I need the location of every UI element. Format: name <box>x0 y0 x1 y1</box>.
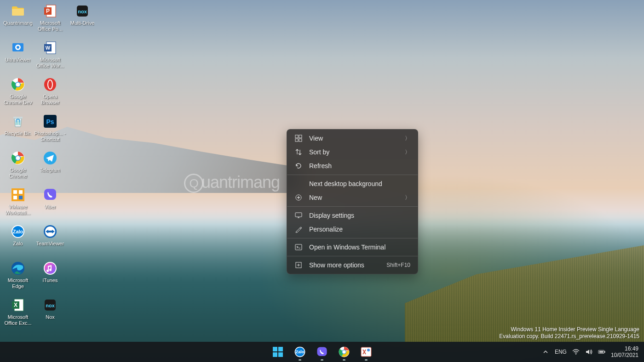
svg-text:X: X <box>14 302 17 308</box>
snip-icon <box>360 346 372 358</box>
svg-rect-11 <box>13 190 17 194</box>
chevron-up-icon[interactable] <box>542 348 549 356</box>
view-icon <box>294 134 303 142</box>
svg-rect-37 <box>48 231 52 232</box>
menu-item-next-desktop-background[interactable]: Next desktop background <box>287 177 418 191</box>
menu-item-personalize[interactable]: Personalize <box>287 222 418 236</box>
svg-rect-59 <box>317 347 327 356</box>
menu-item-display-settings[interactable]: Display settings <box>287 209 418 222</box>
svg-rect-63 <box>361 347 371 356</box>
desktop-icon-itunes[interactable]: iTunes <box>34 259 66 296</box>
svg-rect-44 <box>295 135 298 138</box>
context-menu[interactable]: View〉Sort by〉RefreshNext desktop backgro… <box>287 129 418 274</box>
taskbar-start[interactable] <box>269 343 287 361</box>
desktop-icon-ultraviewer[interactable]: UltraViewer <box>2 39 34 75</box>
menu-item-refresh[interactable]: Refresh <box>287 159 418 173</box>
svg-point-2 <box>17 46 19 49</box>
menu-label: Sort by <box>309 148 405 156</box>
desktop-icon-opera[interactable]: Opera Browser <box>34 75 66 112</box>
powerpoint-icon: P <box>42 3 58 19</box>
desktop-icon-label: Microsoft Office Wor... <box>34 57 66 69</box>
desktop-icon-nox[interactable]: nox Nox <box>34 296 66 333</box>
taskbar-chrome[interactable] <box>335 343 353 361</box>
desktop-icon-edge[interactable]: Microsoft Edge <box>2 259 34 296</box>
taskbar-snip[interactable] <box>357 343 375 361</box>
clock[interactable]: 16:49 10/07/2021 <box>611 345 638 358</box>
menu-separator <box>287 175 418 175</box>
menu-label: Personalize <box>309 226 410 233</box>
word-icon: W <box>42 40 58 56</box>
desktop-icon-photoshop[interactable]: Ps Photoshop... - Shortcut <box>34 112 66 149</box>
desktop-icon-chrome-dev[interactable]: Google Chrome Dev <box>2 75 34 112</box>
desktop-icon-chrome[interactable]: Google Chrome <box>2 149 34 186</box>
chevron-right-icon: 〉 <box>405 135 410 142</box>
menu-separator <box>287 238 418 238</box>
taskbar-viber[interactable] <box>313 343 331 361</box>
svg-text:Zalo: Zalo <box>13 229 23 234</box>
desktop-icon-label: UltraViewer <box>5 57 31 63</box>
chrome-icon <box>10 150 26 166</box>
desktop-icon-teamviewer[interactable]: TeamViewer <box>34 222 66 259</box>
personalize-icon <box>294 225 303 233</box>
desktop-icon-viber[interactable]: Viber <box>34 186 66 222</box>
desktop-icon-excel[interactable]: X Microsoft Office Exc... <box>2 296 34 333</box>
desktop-icon-word[interactable]: W Microsoft Office Wor... <box>34 39 66 75</box>
svg-point-9 <box>16 156 20 160</box>
svg-text:nox: nox <box>78 9 87 14</box>
desktop-icon-label: Microsoft Office Po... <box>34 20 66 32</box>
desktop-icon-recycle-bin[interactable]: Recycle Bin <box>2 112 34 149</box>
taskbar-zalo[interactable]: Zalo <box>291 343 309 361</box>
itunes-icon <box>42 260 58 277</box>
menu-item-show-more-options[interactable]: Show more optionsShift+F10 <box>287 258 418 272</box>
refresh-icon <box>294 162 303 170</box>
svg-point-30 <box>48 80 52 89</box>
photoshop-icon: Ps <box>42 113 58 130</box>
more-icon <box>294 261 303 269</box>
desktop-icon-label: Recycle Bin <box>5 130 31 136</box>
desktop-icon-folder[interactable]: Quantrimang <box>2 2 34 39</box>
ultraviewer-icon <box>10 40 26 56</box>
menu-label: Refresh <box>309 162 410 170</box>
menu-shortcut: Shift+F10 <box>386 262 410 268</box>
svg-rect-12 <box>19 190 23 194</box>
wifi-icon[interactable] <box>572 348 580 356</box>
svg-rect-53 <box>278 347 283 351</box>
desktop-icon-telegram[interactable]: Telegram <box>34 149 66 186</box>
menu-item-view[interactable]: View〉 <box>287 131 418 145</box>
watermark: Quantrimang <box>184 173 280 193</box>
desktop-icon-label: Zalo <box>13 241 23 247</box>
menu-item-new[interactable]: New〉 <box>287 191 418 204</box>
evaluation-watermark: Windows 11 Home Insider Preview Single L… <box>499 326 639 340</box>
volume-icon[interactable] <box>585 348 592 356</box>
svg-text:nox: nox <box>46 303 55 308</box>
battery-icon[interactable] <box>598 348 605 356</box>
desktop-icon-vmware[interactable]: VMware Workstati... <box>2 186 34 222</box>
svg-text:P: P <box>46 8 50 14</box>
svg-rect-55 <box>278 352 283 357</box>
zalo-icon: Zalo <box>10 223 26 240</box>
sort-icon <box>294 148 303 156</box>
system-tray: ENG 16:49 10/07/2021 <box>542 345 644 358</box>
desktop-icon-label: Telegram <box>40 167 60 173</box>
desktop-icon-multi-drive[interactable]: nox Multi-Drive <box>66 2 98 39</box>
excel-icon: X <box>10 297 26 313</box>
taskbar: Zalo ENG 16:49 10/07/2021 <box>0 342 644 362</box>
svg-rect-13 <box>13 196 17 199</box>
svg-point-39 <box>45 263 56 274</box>
svg-point-65 <box>575 354 576 355</box>
desktop-icons: Quantrimang UltraViewer Google Chrome De… <box>2 2 98 333</box>
svg-text:Zalo: Zalo <box>296 350 305 354</box>
svg-rect-6 <box>13 117 23 119</box>
desktop-icon-label: Microsoft Edge <box>2 277 34 289</box>
menu-item-sort-by[interactable]: Sort by〉 <box>287 145 418 159</box>
desktop-icon-label: Google Chrome Dev <box>2 94 34 106</box>
desktop-icon-powerpoint[interactable]: P Microsoft Office Po... <box>34 2 66 39</box>
viber-icon <box>42 187 58 203</box>
menu-item-open-in-windows-terminal[interactable]: Open in Windows Terminal <box>287 240 418 254</box>
language-indicator[interactable]: ENG <box>555 349 567 355</box>
svg-rect-67 <box>604 351 605 353</box>
desktop-icon-zalo[interactable]: Zalo Zalo <box>2 222 34 259</box>
desktop-icon-label: Quantrimang <box>3 20 33 26</box>
svg-rect-68 <box>599 351 604 353</box>
vmware-icon <box>10 187 26 203</box>
